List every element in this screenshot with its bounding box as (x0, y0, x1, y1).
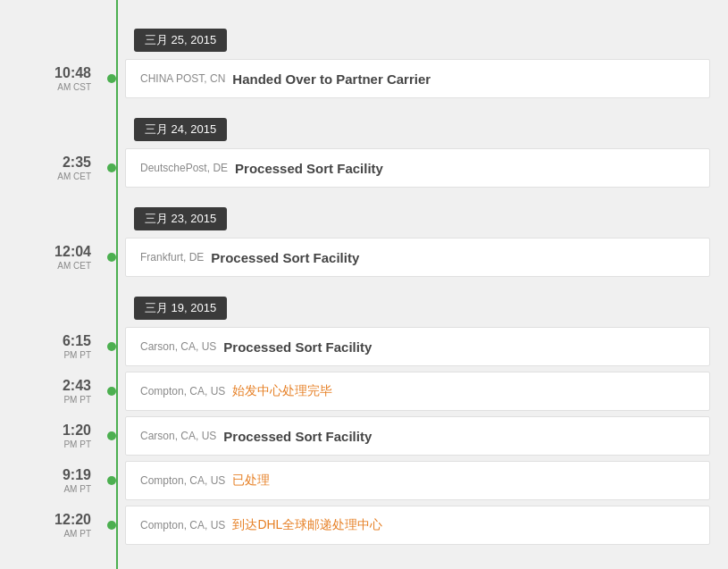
event-row: 10:48AM CSTCHINA POST, CNHanded Over to … (9, 59, 710, 98)
timeline-content: 三月 25, 201510:48AM CSTCHINA POST, CNHand… (9, 18, 710, 554)
event-card: Compton, CA, US始发中心处理完毕 (125, 372, 710, 411)
timeline-dot (107, 476, 116, 485)
date-header-0: 三月 25, 2015 (134, 29, 227, 52)
time-sub: PM PT (9, 439, 91, 450)
timeline-dot (107, 74, 116, 83)
event-location: Carson, CA, US (140, 430, 216, 442)
time-sub: PM PT (9, 350, 91, 361)
time-main: 1:20 (9, 422, 91, 439)
timeline-dot (107, 521, 116, 530)
date-header-3: 三月 19, 2015 (134, 297, 227, 320)
event-location: Carson, CA, US (140, 340, 216, 353)
event-description: 到达DHL全球邮递处理中心 (232, 517, 382, 533)
event-description: 已处理 (232, 473, 270, 489)
time-block: 10:48AM CST (9, 64, 107, 92)
time-block: 1:20PM PT (9, 422, 107, 449)
event-description: Processed Sort Facility (235, 161, 383, 176)
time-sub: PM PT (9, 395, 91, 406)
time-block: 2:43PM PT (9, 377, 107, 405)
event-row: 9:19AM PTCompton, CA, US已处理 (9, 461, 710, 500)
event-card: Frankfurt, DEProcessed Sort Facility (125, 238, 710, 277)
event-location: Compton, CA, US (140, 385, 225, 397)
time-main: 12:20 (9, 511, 91, 528)
time-main: 2:43 (9, 377, 91, 394)
time-main: 12:04 (9, 243, 91, 260)
event-description: 始发中心处理完毕 (232, 383, 332, 399)
event-row: 12:04AM CETFrankfurt, DEProcessed Sort F… (9, 238, 710, 277)
event-description: Processed Sort Facility (211, 250, 359, 265)
time-block: 12:20AM PT (9, 511, 107, 539)
event-location: CHINA POST, CN (140, 72, 225, 85)
time-sub: AM CET (9, 172, 91, 182)
event-card: Compton, CA, US到达DHL全球邮递处理中心 (125, 506, 710, 545)
event-row: 2:43PM PTCompton, CA, US始发中心处理完毕 (9, 372, 710, 411)
event-description: Handed Over to Partner Carrier (232, 71, 431, 87)
event-card: Carson, CA, USProcessed Sort Facility (125, 327, 710, 366)
event-description: Processed Sort Facility (223, 339, 372, 355)
event-row: 6:15PM PTCarson, CA, USProcessed Sort Fa… (9, 327, 710, 366)
event-row: 1:20PM PTCarson, CA, USProcessed Sort Fa… (9, 416, 710, 456)
time-block: 12:04AM CET (9, 243, 107, 271)
event-row: 2:35AM CETDeutschePost, DEProcessed Sort… (9, 148, 710, 188)
event-location: DeutschePost, DE (140, 162, 228, 174)
timeline-dot (107, 431, 116, 440)
timeline-dot (107, 387, 116, 396)
event-location: Compton, CA, US (140, 474, 225, 487)
time-main: 9:19 (9, 466, 91, 483)
event-row: 12:20AM PTCompton, CA, US到达DHL全球邮递处理中心 (9, 506, 710, 545)
event-card: DeutschePost, DEProcessed Sort Facility (125, 148, 710, 188)
event-location: Compton, CA, US (140, 519, 225, 531)
time-block: 9:19AM PT (9, 466, 107, 494)
time-sub: AM CET (9, 261, 91, 272)
time-main: 2:35 (9, 154, 91, 171)
time-sub: AM CST (9, 82, 91, 93)
time-sub: AM PT (9, 484, 91, 495)
event-card: CHINA POST, CNHanded Over to Partner Car… (125, 59, 710, 98)
timeline-container: 三月 25, 201510:48AM CSTCHINA POST, CNHand… (0, 0, 728, 569)
time-block: 2:35AM CET (9, 154, 107, 181)
timeline-dot (107, 253, 116, 262)
event-description: Processed Sort Facility (223, 429, 372, 444)
timeline-dot (107, 342, 116, 351)
time-sub: AM PT (9, 529, 91, 540)
time-main: 10:48 (9, 64, 91, 81)
time-block: 6:15PM PT (9, 332, 107, 360)
timeline-dot (107, 163, 116, 172)
event-card: Compton, CA, US已处理 (125, 461, 710, 500)
date-header-1: 三月 24, 2015 (134, 118, 227, 141)
event-location: Frankfurt, DE (140, 251, 204, 264)
time-main: 6:15 (9, 332, 91, 349)
date-header-2: 三月 23, 2015 (134, 207, 227, 230)
event-card: Carson, CA, USProcessed Sort Facility (125, 416, 710, 456)
